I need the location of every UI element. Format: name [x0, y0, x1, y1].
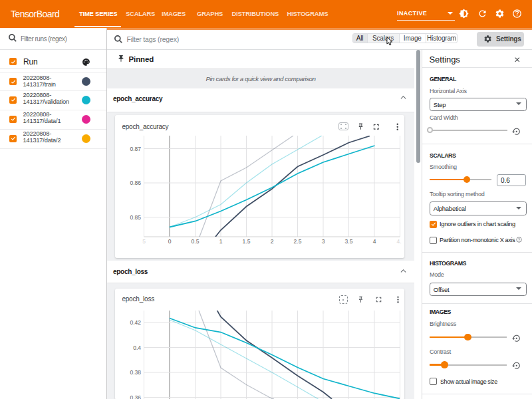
svg-text:0.85: 0.85 [130, 214, 141, 221]
svg-text:0: 0 [168, 238, 172, 245]
svg-text:0.5: 0.5 [192, 238, 200, 245]
svg-text:1.5: 1.5 [243, 238, 251, 245]
svg-text:0.42: 0.42 [130, 319, 141, 326]
svg-text:3.5: 3.5 [345, 238, 353, 245]
svg-text:0.38: 0.38 [130, 369, 141, 376]
svg-text:2: 2 [271, 238, 274, 245]
svg-text:0.86: 0.86 [130, 180, 141, 186]
svg-text:0.4: 0.4 [133, 344, 141, 351]
svg-text:0.87: 0.87 [130, 146, 141, 152]
svg-text:0.36: 0.36 [130, 394, 141, 399]
svg-text:1: 1 [219, 238, 223, 245]
svg-text:4: 4 [373, 238, 376, 245]
svg-text:5: 5 [142, 238, 146, 245]
svg-text:4.: 4. [396, 238, 401, 245]
svg-text:3: 3 [322, 238, 325, 245]
svg-text:2.5: 2.5 [294, 238, 302, 245]
